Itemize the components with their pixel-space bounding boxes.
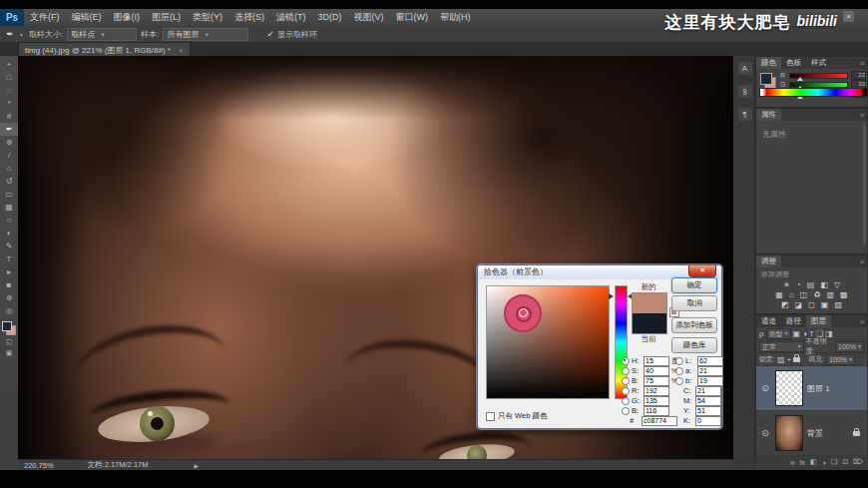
posterize-adjustment-icon[interactable]: ◪ — [795, 300, 803, 310]
overlay-close-icon[interactable]: × — [843, 11, 854, 22]
brightness-adjustment-icon[interactable]: ☀ — [783, 280, 790, 290]
quick-mask-icon[interactable]: ◱ — [6, 338, 13, 346]
lock-position-icon[interactable]: + — [787, 355, 792, 364]
green-slider[interactable] — [789, 82, 848, 88]
a-radio[interactable] — [675, 367, 683, 375]
selective-color-adjustment-icon[interactable]: ▨ — [834, 300, 842, 310]
menu-file[interactable]: 文件(F) — [24, 9, 66, 26]
brush-tool[interactable]: / — [0, 149, 18, 162]
history-brush-tool[interactable]: ↺ — [0, 175, 18, 188]
add-to-swatches-button[interactable]: 添加到色板 — [671, 317, 717, 333]
tab-properties[interactable]: 属性 — [756, 109, 781, 121]
color-balance-adjustment-icon[interactable]: ⌂ — [789, 290, 794, 300]
foreground-background-swatches[interactable] — [2, 321, 16, 335]
channel-mixer-adjustment-icon[interactable]: ▥ — [827, 290, 835, 300]
hue-slider-left-arrow[interactable] — [609, 293, 614, 299]
shape-tool[interactable]: ■ — [0, 278, 18, 291]
b2-input[interactable] — [644, 406, 669, 416]
lab-b-input[interactable] — [697, 376, 723, 386]
menu-image[interactable]: 图像(I) — [108, 9, 147, 26]
menu-edit[interactable]: 编辑(E) — [66, 9, 108, 26]
link-layers-icon[interactable]: ∞ — [790, 459, 795, 466]
layer-row-background[interactable]: ⊙ 背景 — [756, 411, 867, 456]
c-input[interactable] — [695, 386, 721, 396]
visibility-eye-icon[interactable]: ⊙ — [759, 383, 771, 393]
y-input[interactable] — [695, 406, 721, 416]
status-arrow-icon[interactable]: ▶ — [194, 462, 199, 469]
hex-input[interactable] — [642, 416, 677, 426]
menu-type[interactable]: 类型(Y) — [187, 9, 228, 26]
menu-filter[interactable]: 滤镜(T) — [270, 9, 312, 26]
eraser-tool[interactable]: ▭ — [0, 188, 18, 201]
delete-layer-icon[interactable]: ⌦ — [853, 458, 863, 466]
tab-paths[interactable]: 路径 — [781, 315, 806, 327]
tab-styles[interactable]: 样式 — [806, 57, 831, 69]
tab-color[interactable]: 颜色 — [756, 57, 781, 69]
levels-adjustment-icon[interactable]: ◔ — [796, 280, 801, 290]
g-input[interactable] — [644, 396, 669, 406]
h-input[interactable] — [644, 356, 669, 366]
b-input[interactable] — [644, 376, 669, 386]
healing-brush-tool[interactable]: ⊕ — [0, 136, 18, 149]
b-radio[interactable] — [622, 377, 630, 385]
pen-tool[interactable]: ✎ — [0, 240, 18, 252]
close-tab-icon[interactable]: × — [179, 46, 184, 55]
dialog-close-button[interactable]: × — [688, 265, 716, 277]
color-field-marker[interactable] — [519, 308, 528, 317]
paragraph-panel-icon[interactable]: § — [738, 85, 752, 98]
layer-row-layer1[interactable]: ⊙ 图层 1 — [756, 366, 867, 411]
layer-mask-icon[interactable]: ◧ — [810, 458, 817, 466]
path-selection-tool[interactable]: ▸ — [0, 265, 18, 278]
hand-tool[interactable]: ⊛ — [0, 291, 18, 304]
clone-stamp-tool[interactable]: ⌂ — [0, 162, 18, 175]
cancel-button[interactable]: 取消 — [671, 295, 717, 311]
character-panel-icon[interactable]: A — [738, 62, 752, 75]
blend-mode-dropdown[interactable]: 正常 ▾ — [759, 341, 804, 352]
document-tab[interactable]: timg (44).jpg @ 221% (图层 1, RGB/8#) * × — [18, 42, 191, 57]
layer-name[interactable]: 图层 1 — [807, 383, 830, 394]
crop-tool[interactable]: # — [0, 110, 18, 123]
new-group-icon[interactable]: ❏ — [831, 458, 837, 466]
new-layer-icon[interactable]: ⊡ — [842, 458, 848, 466]
bw-adjustment-icon[interactable]: ◫ — [800, 290, 808, 300]
gradient-tool[interactable]: ▦ — [0, 201, 18, 214]
a-input[interactable] — [697, 366, 723, 376]
s-input[interactable] — [644, 366, 669, 376]
screen-mode-icon[interactable]: ▣ — [6, 349, 13, 357]
filter-type-dropdown[interactable]: 类型 ▾ — [766, 328, 791, 339]
panel-menu-icon[interactable]: ≡ — [860, 258, 864, 265]
exposure-adjustment-icon[interactable]: ◧ — [820, 280, 828, 290]
slider-knob[interactable] — [797, 77, 803, 81]
color-libraries-button[interactable]: 颜色库 — [671, 337, 717, 353]
threshold-adjustment-icon[interactable]: ◻ — [808, 300, 815, 310]
color-spectrum-ramp[interactable] — [759, 88, 868, 97]
quick-selection-tool[interactable]: * — [0, 97, 18, 110]
l-input[interactable] — [697, 356, 723, 366]
ok-button[interactable]: 确定 — [671, 277, 717, 293]
opacity-dropdown[interactable]: 100% ▾ — [835, 341, 864, 352]
blur-tool[interactable]: ○ — [0, 214, 18, 227]
l-radio[interactable] — [675, 357, 683, 365]
dodge-tool[interactable]: ◐ — [0, 227, 18, 240]
m-input[interactable] — [695, 396, 721, 406]
saturation-brightness-field[interactable] — [486, 285, 610, 399]
gradient-map-adjustment-icon[interactable]: ▣ — [821, 300, 829, 310]
r-input[interactable] — [644, 386, 669, 396]
menu-help[interactable]: 帮助(H) — [434, 9, 477, 26]
red-value-field[interactable]: 22 — [851, 71, 866, 80]
layer-name[interactable]: 背景 — [807, 428, 823, 439]
panel-menu-icon[interactable]: ≡ — [860, 318, 864, 325]
tab-layers[interactable]: 图层 — [806, 315, 831, 327]
menu-3d[interactable]: 3D(D) — [312, 9, 348, 26]
eyedropper-icon[interactable]: ✒ — [0, 29, 20, 39]
r-radio[interactable] — [622, 387, 630, 395]
menu-view[interactable]: 视图(V) — [348, 9, 390, 26]
sample-dropdown[interactable]: 所有图层 ▾ — [163, 28, 248, 41]
zoom-tool[interactable]: ◎ — [0, 304, 18, 317]
zoom-level-field[interactable]: 220.75% — [24, 461, 54, 470]
panel-menu-icon[interactable]: ≡ — [860, 60, 864, 67]
tab-channels[interactable]: 通道 — [756, 315, 781, 327]
move-tool[interactable]: + — [0, 58, 18, 71]
invert-adjustment-icon[interactable]: ◩ — [781, 300, 789, 310]
hue-adjustment-icon[interactable]: ▦ — [775, 290, 783, 300]
